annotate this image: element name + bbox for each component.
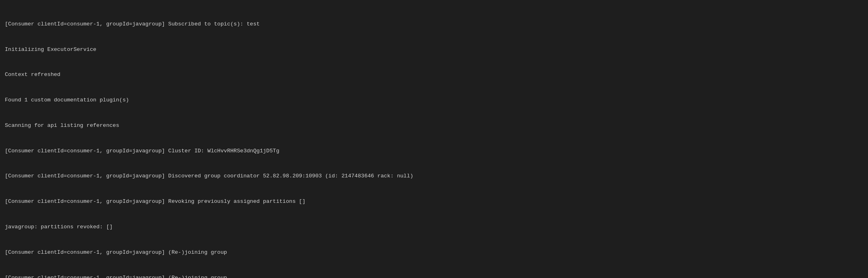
console-line-3: Context refreshed: [5, 71, 863, 79]
console-line-8: [Consumer clientId=consumer-1, groupId=j…: [5, 198, 863, 206]
console-line-2: Initializing ExecutorService: [5, 46, 863, 54]
console-line-5: Scanning for api listing references: [5, 122, 863, 130]
console-line-10: [Consumer clientId=consumer-1, groupId=j…: [5, 249, 863, 257]
console-line-1: [Consumer clientId=consumer-1, groupId=j…: [5, 20, 863, 29]
console-line-11: [Consumer clientId=consumer-1, groupId=j…: [5, 274, 863, 278]
console-line-4: Found 1 custom documentation plugin(s): [5, 96, 863, 105]
console-line-6: [Consumer clientId=consumer-1, groupId=j…: [5, 147, 863, 156]
console-line-7: [Consumer clientId=consumer-1, groupId=j…: [5, 172, 863, 181]
console-line-9: javagroup: partitions revoked: []: [5, 223, 863, 232]
console-output: [Consumer clientId=consumer-1, groupId=j…: [5, 3, 863, 278]
